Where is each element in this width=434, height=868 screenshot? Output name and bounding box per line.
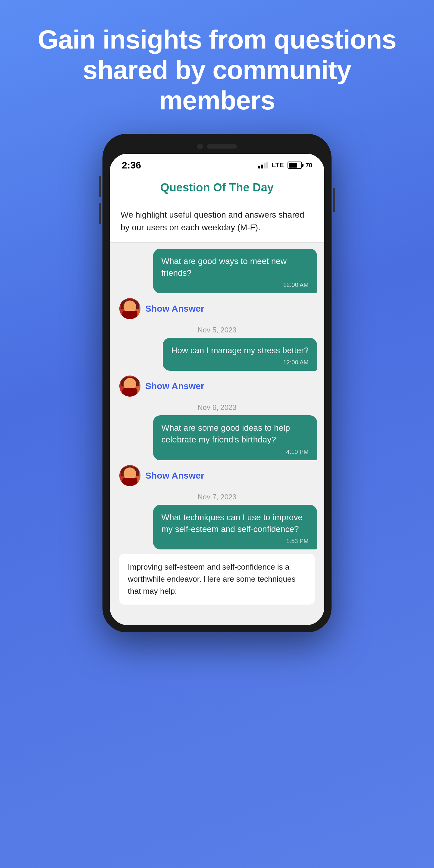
battery-icon xyxy=(287,161,302,169)
screen-title: Question Of The Day xyxy=(160,181,274,194)
date-divider: Nov 5, 2023 xyxy=(117,326,317,334)
volume-up-button xyxy=(99,176,101,197)
avatar xyxy=(119,375,141,397)
avatar xyxy=(119,465,141,486)
avatar-inner xyxy=(119,465,141,486)
status-icons: LTE 70 xyxy=(258,161,312,169)
message-time: 12:00 AM xyxy=(171,358,309,367)
message-bubble: What are some good ideas to help celebra… xyxy=(153,415,317,460)
avatar xyxy=(119,298,141,319)
battery-fill xyxy=(289,163,297,167)
phone-frame: 2:36 LTE 70 Question Of The Day xyxy=(102,134,332,632)
status-time: 2:36 xyxy=(122,160,141,171)
message-bubble: How can I manage my stress better? 12:00… xyxy=(163,338,317,371)
date-divider: Nov 6, 2023 xyxy=(117,403,317,412)
message-time: 4:10 PM xyxy=(161,447,309,456)
show-answer-button[interactable]: Show Answer xyxy=(145,304,204,314)
screen-header: Question Of The Day xyxy=(110,174,324,200)
message-bubble: What are good ways to meet new friends? … xyxy=(153,249,317,293)
battery-percentage: 70 xyxy=(306,162,312,169)
message-text: What techniques can I use to improve my … xyxy=(161,513,303,534)
show-answer-button[interactable]: Show Answer xyxy=(145,381,204,391)
show-answer-button[interactable]: Show Answer xyxy=(145,470,204,481)
message-time: 1:53 PM xyxy=(161,537,309,545)
earpiece-speaker xyxy=(207,144,237,149)
message-bubble: What techniques can I use to improve my … xyxy=(153,505,317,550)
signal-icon xyxy=(258,162,268,168)
show-answer-row: Show Answer xyxy=(119,298,317,319)
chat-area: We highlight useful question and answers… xyxy=(110,200,324,625)
date-divider: Nov 7, 2023 xyxy=(117,493,317,501)
message-text: What are some good ideas to help celebra… xyxy=(161,423,290,444)
lte-label: LTE xyxy=(272,161,284,169)
phone-notch xyxy=(110,141,324,151)
hero-title: Gain insights from questions shared by c… xyxy=(0,0,434,134)
show-answer-row: Show Answer xyxy=(119,375,317,397)
message-text: What are good ways to meet new friends? xyxy=(161,256,287,278)
chat-messages: What are good ways to meet new friends? … xyxy=(110,243,324,613)
status-bar: 2:36 LTE 70 xyxy=(110,154,324,174)
answer-text: Improving self-esteem and self-confidenc… xyxy=(119,554,315,604)
description-text: We highlight useful question and answers… xyxy=(110,200,324,243)
power-button xyxy=(333,188,335,212)
phone-screen: 2:36 LTE 70 Question Of The Day xyxy=(110,154,324,625)
front-camera xyxy=(197,144,203,150)
show-answer-row: Show Answer xyxy=(119,465,317,486)
volume-down-button xyxy=(99,203,101,224)
message-time: 12:00 AM xyxy=(161,281,309,289)
message-text: How can I manage my stress better? xyxy=(171,346,309,355)
avatar-inner xyxy=(119,298,141,319)
avatar-inner xyxy=(119,375,141,397)
